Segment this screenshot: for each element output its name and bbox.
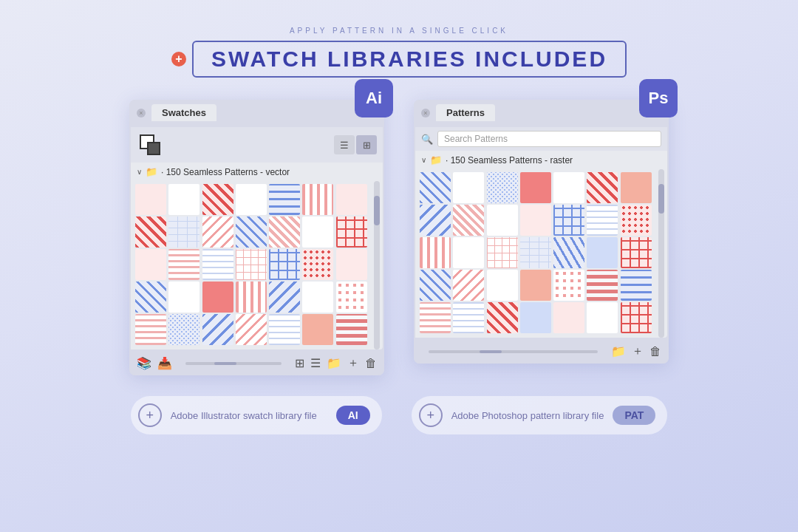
pattern-cell[interactable] (487, 205, 518, 236)
pattern-cell[interactable] (520, 172, 551, 203)
pattern-cell[interactable] (236, 314, 267, 345)
pattern-cell[interactable] (336, 216, 367, 248)
feature-plus-ai[interactable]: + (138, 403, 162, 427)
ps-panel-body: 🔍 Search Patterns ∨ 📁 · 150 Seamless Pat… (415, 127, 667, 338)
sq-inner (147, 142, 160, 155)
feature-pat: + Adobe Photoshop pattern library file P… (412, 396, 668, 434)
grid-icon[interactable]: ⊞ (295, 356, 304, 370)
pattern-cell[interactable] (587, 172, 618, 203)
pattern-cell[interactable] (302, 314, 333, 345)
patterns-tab[interactable]: Patterns (436, 104, 495, 121)
pattern-cell[interactable] (269, 282, 300, 313)
pattern-cell[interactable] (168, 249, 200, 280)
pattern-cell[interactable] (487, 270, 518, 301)
delete-icon[interactable]: 🗑 (365, 357, 377, 370)
swatches-tab[interactable]: Swatches (151, 104, 216, 121)
pattern-cell[interactable] (420, 270, 451, 301)
pattern-cell[interactable] (168, 282, 200, 313)
pattern-cell[interactable] (135, 216, 166, 248)
pattern-cell[interactable] (621, 270, 652, 301)
pattern-cell[interactable] (621, 205, 652, 236)
pattern-cell[interactable] (520, 205, 551, 236)
pattern-cell[interactable] (202, 314, 233, 345)
pattern-cell[interactable] (202, 282, 233, 313)
pattern-cell[interactable] (168, 216, 200, 248)
ps-panel: Ps × Patterns ≡ 🔍 Search Patterns ∨ 📁 · … (414, 100, 669, 364)
pattern-cell[interactable] (202, 184, 233, 215)
pattern-cell[interactable] (587, 270, 618, 301)
pattern-cell[interactable] (236, 282, 267, 313)
pattern-cell[interactable] (487, 172, 518, 203)
feature-ai: + Adobe Illustrator swatch library file … (131, 396, 382, 434)
ps-close-button[interactable]: × (421, 109, 430, 117)
search-input[interactable]: Search Patterns (437, 131, 661, 147)
pattern-cell[interactable] (621, 237, 652, 268)
pattern-cell[interactable] (621, 172, 652, 203)
pattern-cell[interactable] (236, 216, 267, 248)
ps-delete-btn[interactable]: 🗑 (649, 345, 661, 358)
pattern-cell[interactable] (520, 237, 551, 268)
pattern-cell[interactable] (420, 237, 451, 268)
ps-add-btn[interactable]: ＋ (632, 344, 644, 359)
pattern-cell[interactable] (269, 184, 300, 215)
ps-folder-label: · 150 Seamless Patterns - raster (446, 155, 573, 166)
list-icon[interactable]: ☰ (310, 356, 321, 370)
list-view-btn[interactable]: ☰ (334, 135, 355, 154)
pattern-cell[interactable] (587, 205, 618, 236)
pattern-cell[interactable] (168, 184, 200, 215)
close-button[interactable]: × (137, 109, 146, 117)
pattern-cell[interactable] (135, 249, 166, 280)
pattern-cell[interactable] (135, 314, 166, 345)
pattern-cell[interactable] (302, 282, 333, 313)
pattern-cell[interactable] (336, 184, 367, 215)
pattern-cell[interactable] (587, 237, 618, 268)
pattern-cell[interactable] (202, 249, 233, 280)
pattern-cell[interactable] (420, 302, 451, 333)
grid-view-btn[interactable]: ⊞ (356, 135, 377, 154)
chevron-icon: ∨ (137, 168, 142, 176)
pattern-cell[interactable] (336, 249, 367, 280)
scrollbar-track[interactable] (374, 181, 380, 349)
library-icon[interactable]: 📚 (137, 356, 151, 370)
pattern-cell[interactable] (236, 249, 267, 280)
pattern-cell[interactable] (553, 172, 584, 203)
pattern-cell[interactable] (336, 314, 367, 345)
pattern-cell[interactable] (135, 282, 166, 313)
pattern-cell[interactable] (269, 216, 300, 248)
pattern-cell[interactable] (621, 302, 652, 333)
pattern-cell[interactable] (553, 302, 584, 333)
pattern-cell[interactable] (487, 302, 518, 333)
pattern-cell[interactable] (553, 270, 584, 301)
pattern-cell[interactable] (487, 237, 518, 268)
pattern-cell[interactable] (453, 270, 484, 301)
ps-folder-row: ∨ 📁 · 150 Seamless Patterns - raster (415, 151, 667, 169)
add-icon[interactable]: ＋ (347, 355, 359, 371)
pattern-cell[interactable] (553, 205, 584, 236)
pattern-cell[interactable] (202, 216, 233, 248)
pattern-cell[interactable] (453, 205, 484, 236)
pattern-cell[interactable] (302, 184, 333, 215)
ps-scrollbar-thumb (658, 184, 664, 214)
pattern-cell[interactable] (587, 302, 618, 333)
feature-plus-pat[interactable]: + (419, 403, 443, 427)
pattern-cell[interactable] (135, 184, 166, 215)
ps-folder-btn[interactable]: 📁 (611, 344, 626, 358)
pattern-cell[interactable] (336, 282, 367, 313)
pattern-cell[interactable] (269, 314, 300, 345)
pattern-cell[interactable] (520, 270, 551, 301)
pattern-cell[interactable] (420, 205, 451, 236)
pattern-cell[interactable] (520, 302, 551, 333)
pattern-cell[interactable] (453, 237, 484, 268)
pattern-cell[interactable] (302, 249, 333, 280)
pattern-cell[interactable] (269, 249, 300, 280)
pattern-cell[interactable] (420, 172, 451, 203)
pattern-cell[interactable] (236, 184, 267, 215)
pattern-cell[interactable] (553, 237, 584, 268)
ps-scrollbar-track[interactable] (658, 169, 664, 338)
import-icon[interactable]: 📥 (157, 356, 172, 370)
pattern-cell[interactable] (302, 216, 333, 248)
folder2-icon[interactable]: 📁 (327, 356, 341, 370)
pattern-cell[interactable] (453, 172, 484, 203)
pattern-cell[interactable] (168, 314, 200, 345)
pattern-cell[interactable] (453, 302, 484, 333)
